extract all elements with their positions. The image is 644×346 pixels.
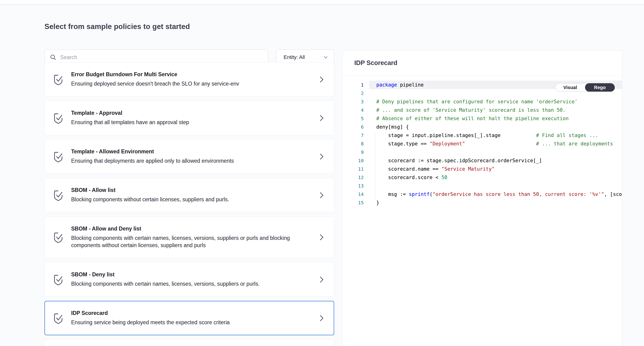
line-number: 5: [342, 114, 364, 123]
shield-check-icon: [53, 231, 65, 243]
code-line-6: 6deny[msg] {: [342, 123, 622, 131]
policy-card-3[interactable]: Template - Allowed Environment Ensuring …: [44, 139, 334, 174]
chevron-right-icon[interactable]: [318, 114, 324, 122]
line-number: 1: [342, 81, 364, 89]
policy-description: Blocking components without certain lice…: [71, 196, 314, 203]
line-number: 14: [342, 190, 364, 199]
page-title: Select from sample policies to get start…: [44, 22, 190, 31]
policy-description: Ensuring service being deployed meets th…: [71, 319, 314, 326]
chevron-right-icon[interactable]: [318, 75, 324, 83]
code-line-15: 15}: [342, 199, 622, 207]
policy-list-panel: Search Entity: All Error Budget Burndown…: [44, 49, 334, 346]
policy-title: Template - Approval: [71, 110, 314, 116]
policy-card-5[interactable]: SBOM - Allow and Deny list Blocking comp…: [44, 217, 334, 258]
shield-check-icon: [53, 74, 65, 85]
code-line-12: 12 scorecard.score < 50: [342, 173, 622, 182]
detail-title: IDP Scorecard: [354, 59, 397, 67]
policy-title: Error Budget Burndown For Multi Service: [71, 71, 314, 78]
indent-guide: [375, 131, 375, 199]
policy-title: SBOM - Allow and Deny list: [71, 226, 314, 232]
line-number: 13: [342, 182, 364, 190]
visual-rego-toggle: Visual Rego: [555, 83, 615, 92]
policy-description: Ensuring that all templates have an appr…: [71, 119, 314, 126]
policy-description: Blocking components with certain names, …: [71, 235, 314, 249]
line-number: 7: [342, 131, 364, 140]
policy-text: SBOM - Deny list Blocking components wit…: [71, 271, 314, 288]
line-number: 2: [342, 89, 364, 97]
code-line-9: 9: [342, 148, 622, 156]
line-number: 6: [342, 123, 364, 131]
code-line-5: 5# Absence of either of these will not h…: [342, 114, 622, 123]
policy-title: Template - Allowed Environment: [71, 148, 314, 155]
policy-text: SBOM - Allow and Deny list Blocking comp…: [71, 226, 314, 249]
code-editor[interactable]: 1package pipeline23# Deny pipelines that…: [342, 75, 622, 207]
toggle-visual-button[interactable]: Visual: [555, 83, 585, 92]
policy-text: SBOM - Allow list Blocking components wi…: [71, 187, 314, 203]
chevron-right-icon[interactable]: [318, 191, 324, 199]
chevron-right-icon[interactable]: [318, 276, 324, 284]
policy-text: IDP Scorecard Ensuring service being dep…: [71, 310, 314, 326]
detail-header: IDP Scorecard: [342, 51, 622, 75]
policy-description: Ensuring deployed service doesn't breach…: [71, 80, 314, 87]
shield-check-icon: [53, 189, 65, 201]
code-line-4: 4# ... and score of 'Service Maturity' s…: [342, 106, 622, 114]
policy-card-1[interactable]: Error Budget Burndown For Multi Service …: [44, 62, 334, 96]
policy-card-6[interactable]: SBOM - Deny list Blocking components wit…: [44, 262, 334, 297]
policy-text: Template - Approval Ensuring that all te…: [71, 110, 314, 126]
line-number: 4: [342, 106, 364, 114]
code-line-7: 7 stage = input.pipeline.stages[_].stage…: [342, 131, 622, 140]
chevron-right-icon[interactable]: [318, 314, 324, 322]
search-placeholder: Search: [60, 54, 77, 60]
policy-card-2[interactable]: Template - Approval Ensuring that all te…: [44, 101, 334, 135]
policy-title: SBOM - Allow list: [71, 187, 314, 193]
code-line-14: 14 msg := sprintf("orderService has scor…: [342, 190, 622, 199]
line-number: 9: [342, 148, 364, 156]
policy-description: Ensuring that deployments are applied on…: [71, 157, 314, 165]
policy-detail-panel: IDP Scorecard 1package pipeline23# Deny …: [342, 50, 622, 346]
toggle-rego-button[interactable]: Rego: [585, 83, 615, 92]
policy-title: SBOM - Deny list: [71, 271, 314, 278]
shield-check-icon: [53, 112, 65, 124]
chevron-right-icon[interactable]: [318, 153, 324, 161]
code-line-13: 13: [342, 182, 622, 190]
shield-check-icon: [53, 312, 65, 324]
shield-check-icon: [53, 274, 65, 286]
code-line-11: 11 scorecard.name == "Service Maturity": [342, 165, 622, 173]
policy-card-partially-scrolled[interactable]: [44, 340, 334, 346]
code-line-3: 3# Deny pipelines that are configured fo…: [342, 97, 622, 106]
line-number: 10: [342, 156, 364, 165]
line-number: 15: [342, 199, 364, 207]
policy-description: Blocking components with certain names, …: [71, 280, 314, 288]
code-line-8: 8 stage.type == "Deployment" # ... that …: [342, 140, 622, 148]
line-number: 3: [342, 97, 364, 106]
policy-card-7[interactable]: IDP Scorecard Ensuring service being dep…: [44, 301, 334, 335]
policy-title: IDP Scorecard: [71, 310, 314, 316]
top-bar: [0, 0, 644, 5]
policy-text: Template - Allowed Environment Ensuring …: [71, 148, 314, 165]
policy-list: Error Budget Burndown For Multi Service …: [44, 69, 334, 346]
policy-text: Error Budget Burndown For Multi Service …: [71, 71, 314, 87]
shield-check-icon: [53, 151, 65, 162]
policy-samples-screen: Select from sample policies to get start…: [0, 0, 644, 346]
code-line-10: 10 scorecard := stage.spec.idpScorecard.…: [342, 156, 622, 165]
search-icon: [50, 54, 56, 60]
line-number: 8: [342, 140, 364, 148]
line-number: 11: [342, 165, 364, 173]
chevron-down-icon: [323, 55, 328, 60]
chevron-right-icon[interactable]: [318, 233, 324, 241]
policy-card-4[interactable]: SBOM - Allow list Blocking components wi…: [44, 178, 334, 212]
entity-filter-label: Entity: All: [284, 54, 305, 60]
code-lines: 1package pipeline23# Deny pipelines that…: [342, 81, 622, 207]
line-number: 12: [342, 173, 364, 182]
